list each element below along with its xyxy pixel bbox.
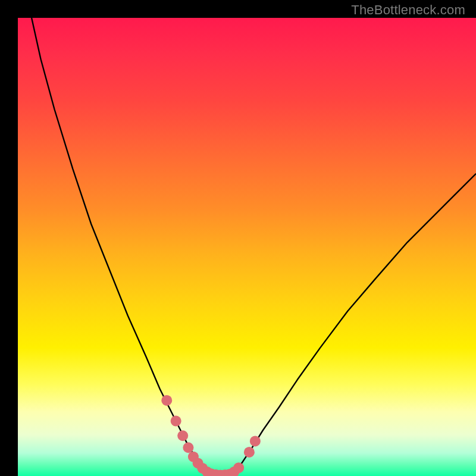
marker-dot	[161, 395, 172, 406]
marker-dot	[244, 447, 255, 458]
marker-dot	[171, 416, 181, 427]
marker-dot	[177, 430, 188, 441]
chart-svg	[18, 18, 476, 476]
trough-markers	[161, 395, 261, 476]
watermark-text: TheBottleneck.com	[351, 2, 465, 18]
marker-dot	[183, 442, 193, 453]
curve-path	[32, 18, 476, 475]
marker-dot	[233, 462, 244, 473]
marker-dot	[250, 436, 261, 446]
bottleneck-curve	[32, 18, 476, 475]
